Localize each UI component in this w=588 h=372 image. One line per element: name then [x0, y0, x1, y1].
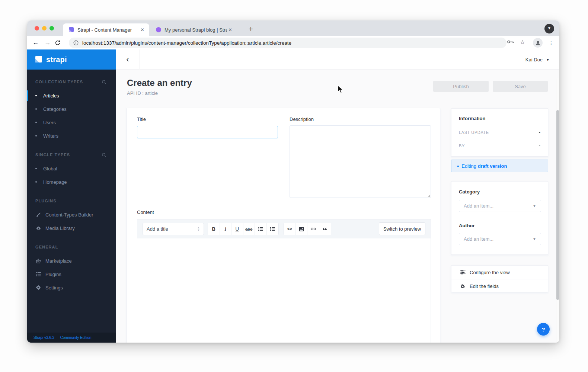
close-tab-icon[interactable]: ✕ — [139, 27, 146, 33]
strikethrough-button[interactable]: abe — [243, 223, 255, 235]
link-button[interactable] — [307, 223, 319, 235]
user-menu[interactable]: Kai Doe ▼ — [525, 49, 550, 70]
image-button[interactable] — [296, 223, 308, 235]
sidebar-item-homepage[interactable]: Homepage — [27, 175, 116, 189]
bullet-icon — [35, 95, 37, 96]
text-format-group: B I U abe — [208, 223, 279, 235]
editor-content-area[interactable] — [137, 238, 431, 343]
description-textarea[interactable] — [290, 125, 431, 198]
close-window-button[interactable] — [35, 26, 39, 31]
category-select[interactable]: Add an item... ▼ — [459, 200, 541, 212]
switch-to-preview-button[interactable]: Switch to preview — [379, 222, 425, 235]
browser-window: Strapi - Content Manager ✕ My personal S… — [27, 20, 559, 343]
wysiwyg-editor: Add a title ▲▼ B I U abe — [137, 219, 431, 343]
bookmark-star-icon[interactable]: ☆ — [520, 39, 525, 46]
new-tab-button[interactable]: + — [245, 24, 256, 35]
section-collection-types: COLLECTION TYPES Articles Categories Use… — [27, 78, 116, 142]
chevron-down-icon: ▼ — [533, 204, 536, 208]
configure-view-link[interactable]: Configure the view — [451, 266, 548, 279]
sidebar-item-content-types-builder[interactable]: Content-Types Builder — [27, 208, 116, 221]
close-tab-icon[interactable]: ✕ — [227, 27, 233, 33]
section-label: COLLECTION TYPES — [35, 80, 83, 84]
bullet-icon — [35, 168, 37, 169]
unordered-list-button[interactable] — [255, 223, 267, 235]
bullet-icon — [35, 135, 37, 137]
ordered-list-button[interactable] — [267, 223, 279, 235]
save-button[interactable]: Save — [493, 81, 548, 92]
tab-divider — [241, 26, 241, 33]
category-label: Category — [459, 189, 480, 195]
sidebar-item-categories[interactable]: Categories — [27, 102, 116, 116]
user-name: Kai Doe — [525, 57, 543, 62]
strapi-logo-icon — [35, 56, 43, 63]
strapi-version-footer: Strapi v3.6.3 — Community Edition — [27, 333, 116, 343]
back-button[interactable]: ‹ — [116, 49, 140, 70]
forward-nav-icon[interactable]: → — [43, 38, 52, 48]
stepper-arrows-icon: ▲▼ — [197, 227, 200, 231]
page-body: Create an entry API ID : article Publish… — [116, 70, 559, 343]
help-button[interactable]: ? — [537, 323, 550, 336]
tab-personal-blog[interactable]: My personal Strapi blog | Strap ✕ — [151, 23, 237, 36]
cloud-upload-icon — [35, 226, 41, 230]
content-field-label: Content — [137, 209, 154, 215]
code-button[interactable]: <> — [284, 223, 296, 235]
blockquote-button[interactable] — [319, 223, 331, 235]
sidebar-item-plugins[interactable]: Plugins — [27, 267, 116, 281]
sidebar: strapi COLLECTION TYPES Articles Categor… — [27, 49, 116, 343]
italic-button[interactable]: I — [220, 223, 232, 235]
tab-title: My personal Strapi blog | Strap — [164, 27, 227, 33]
author-select[interactable]: Add an item... ▼ — [459, 233, 541, 245]
bullet-icon — [35, 108, 37, 110]
section-plugins: PLUGINS Content-Types Builder Media Libr… — [27, 197, 116, 235]
publish-button[interactable]: Publish — [433, 81, 489, 92]
chevron-down-icon: ▼ — [546, 58, 550, 62]
section-label: PLUGINS — [35, 199, 57, 203]
search-icon[interactable] — [102, 153, 106, 157]
zoom-window-button[interactable] — [49, 26, 54, 31]
by-value: - — [539, 143, 540, 148]
sidebar-item-global[interactable]: Global — [27, 162, 116, 175]
gear-icon — [460, 284, 466, 289]
back-nav-icon[interactable]: ← — [31, 38, 41, 48]
section-single-types: SINGLE TYPES Global Homepage — [27, 151, 116, 189]
underline-button[interactable]: U — [231, 223, 243, 235]
sidebar-item-media-library[interactable]: Media Library — [27, 221, 116, 235]
section-label: GENERAL — [35, 245, 58, 249]
blog-favicon — [156, 27, 161, 32]
url-bar[interactable]: localhost:1337/admin/plugins/content-man… — [69, 38, 506, 48]
sidebar-item-users[interactable]: Users — [27, 116, 116, 129]
edit-fields-link[interactable]: Edit the fields — [451, 279, 548, 293]
sidebar-item-articles[interactable]: Articles — [27, 89, 116, 102]
page-title: Create an entry — [127, 78, 192, 88]
reload-icon[interactable] — [55, 38, 64, 48]
last-update-label: LAST UPDATE — [459, 130, 489, 135]
browser-menu-icon[interactable]: ⋮ — [548, 38, 554, 47]
search-icon[interactable] — [102, 80, 106, 84]
draft-dot-icon: • — [457, 163, 459, 169]
list-icon — [35, 272, 41, 276]
main-header: ‹ Kai Doe ▼ — [116, 49, 559, 70]
profile-avatar[interactable] — [533, 38, 543, 48]
sidebar-item-settings[interactable]: Settings — [27, 281, 116, 294]
scrollbar-thumb[interactable] — [556, 110, 559, 300]
strapi-logo[interactable]: strapi — [27, 49, 116, 70]
scrollbar-track — [556, 78, 559, 343]
sidebar-item-marketplace[interactable]: Marketplace — [27, 254, 116, 267]
password-key-icon[interactable] — [507, 40, 514, 44]
title-input[interactable] — [137, 126, 278, 138]
bullet-icon — [35, 122, 37, 123]
author-label: Author — [459, 223, 475, 228]
heading-select[interactable]: Add a title ▲▼ — [143, 223, 204, 235]
relations-card: Category Add an item... ▼ Author Add an … — [451, 181, 548, 255]
minimize-window-button[interactable] — [42, 26, 47, 31]
tab-strip: Strapi - Content Manager ✕ My personal S… — [27, 20, 559, 36]
window-controls — [35, 26, 54, 31]
bold-button[interactable]: B — [208, 223, 220, 235]
strapi-admin: strapi COLLECTION TYPES Articles Categor… — [27, 49, 559, 343]
sliders-icon — [460, 270, 466, 275]
site-info-icon[interactable] — [73, 40, 79, 45]
basket-icon — [35, 259, 41, 263]
tab-strapi-content-manager[interactable]: Strapi - Content Manager ✕ — [63, 23, 149, 36]
tab-search-button[interactable]: ▼ — [544, 24, 554, 33]
sidebar-item-writers[interactable]: Writers — [27, 129, 116, 142]
